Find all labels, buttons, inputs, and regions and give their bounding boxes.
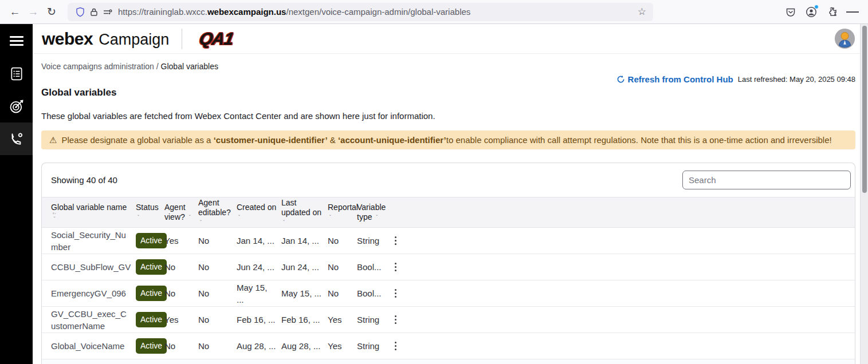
menu-icon[interactable] xyxy=(846,6,859,18)
page-title: Global variables xyxy=(41,87,855,98)
sidebar-menu-icon[interactable] xyxy=(0,24,33,57)
forward-icon[interactable]: → xyxy=(24,3,42,21)
variable-type-cell: String xyxy=(357,235,384,247)
pocket-icon[interactable] xyxy=(784,6,797,18)
refresh-row: Refresh from Control Hub Last refreshed:… xyxy=(41,73,855,85)
page-scrollbar[interactable] xyxy=(860,24,868,364)
status-badge: Active xyxy=(136,288,167,298)
variable-type-cell: Bool... xyxy=(357,287,384,299)
sidebar-item-campaign-goals[interactable] xyxy=(0,90,33,122)
sidebar-item-voice-campaigns[interactable] xyxy=(0,122,33,155)
column-header-reportable[interactable]: Reportal ˇ xyxy=(328,203,357,222)
refresh-icon xyxy=(616,75,625,84)
notification-dot xyxy=(814,5,819,9)
breadcrumb: Voice campaigns administration / Global … xyxy=(41,62,855,71)
page-description: These global variables are fetched from … xyxy=(41,111,855,121)
scrollbar-thumb[interactable] xyxy=(862,26,867,193)
table-row: Global_VoiceName Active No No Aug 28, ..… xyxy=(42,333,855,359)
variable-name: EmergencyGV_096 xyxy=(42,287,136,299)
created-on-cell: Jun 24, ... xyxy=(237,261,281,273)
sidebar-item-forms[interactable] xyxy=(0,57,33,90)
agent-view-cell: No xyxy=(164,340,198,352)
last-updated-cell: May 15, ... xyxy=(281,287,328,299)
card-toolbar: Showing 40 of 40 xyxy=(42,163,855,197)
sort-icon[interactable]: ˇ xyxy=(329,216,331,219)
table-row: CCBU_SubFlow_GV Active No No Jun 24, ...… xyxy=(42,254,855,280)
row-actions-kebab-icon[interactable] xyxy=(392,339,399,353)
reportable-cell: No xyxy=(328,287,357,299)
search-input[interactable] xyxy=(682,171,851,189)
agent-editable-cell: No xyxy=(198,235,237,247)
agent-view-cell: Yes xyxy=(164,314,198,326)
bookmark-star-icon[interactable]: ☆ xyxy=(637,6,647,18)
variable-type-cell: String xyxy=(357,314,384,326)
form-icon xyxy=(9,66,24,81)
column-header-last-updated-on[interactable]: Last updated on ˇ xyxy=(281,198,328,227)
toolbar-right xyxy=(784,6,862,18)
showing-count: Showing 40 of 40 xyxy=(51,175,117,185)
status-cell: Active xyxy=(136,312,164,327)
agent-editable-cell: No xyxy=(198,340,237,352)
sort-icon[interactable]: ˇ xyxy=(376,216,378,219)
created-on-cell: Aug 28, ... xyxy=(237,340,281,352)
extensions-puzzle-icon[interactable] xyxy=(826,6,838,18)
url-path: /nextgen/voice-campaign-admin/global-var… xyxy=(286,7,470,17)
account-icon[interactable] xyxy=(805,6,818,18)
sort-icon[interactable]: ˇ xyxy=(238,216,240,219)
global-variables-card: Showing 40 of 40 Global variable name˚ˊˇ… xyxy=(41,163,855,364)
agent-editable-cell: No xyxy=(198,314,237,326)
created-on-cell: Jan 14, ... xyxy=(237,235,281,247)
next-row-partial xyxy=(42,359,855,364)
avatar[interactable] xyxy=(834,28,855,49)
last-updated-cell: Aug 28, ... xyxy=(281,340,328,352)
refresh-from-control-hub-link[interactable]: Refresh from Control Hub xyxy=(616,74,733,84)
status-badge: Active xyxy=(136,341,167,350)
last-updated-cell: Jun 24, ... xyxy=(281,261,328,273)
column-header-status[interactable]: Status ˇ xyxy=(136,203,164,222)
url-bar[interactable]: https://traininglab.wxcc.webexcampaign.u… xyxy=(68,3,653,21)
breadcrumb-parent[interactable]: Voice campaigns administration xyxy=(41,62,154,71)
status-badge: Active xyxy=(136,314,167,324)
variable-name: CCBU_SubFlow_GV xyxy=(42,261,136,273)
last-refreshed-text: Last refreshed: May 20, 2025 09:48 xyxy=(738,75,855,84)
reload-icon[interactable]: ↻ xyxy=(42,3,61,21)
sort-icon[interactable]: ˇ xyxy=(138,216,139,219)
column-header-agent-view[interactable]: Agent view? ˇ xyxy=(164,203,198,222)
page-content: Voice campaigns administration / Global … xyxy=(33,54,868,364)
column-header-agent-editable[interactable]: Agent editable? ˇ xyxy=(198,198,237,227)
refresh-label: Refresh from Control Hub xyxy=(628,74,733,84)
row-actions-kebab-icon[interactable] xyxy=(392,234,399,247)
sort-icon[interactable]: ˇ xyxy=(283,221,285,224)
lock-icon[interactable] xyxy=(87,5,101,19)
url-domain: webexcampaign.us xyxy=(207,7,286,17)
column-header-created-on[interactable]: Created on ˇ xyxy=(237,203,281,222)
table-row: EmergencyGV_096 Active No No May 15, ...… xyxy=(42,280,855,307)
shield-icon[interactable] xyxy=(73,5,87,19)
agent-editable-cell: No xyxy=(198,287,237,299)
reportable-cell: No xyxy=(328,235,357,247)
table-row: Social_Security_Number Active Yes No Jan… xyxy=(42,228,855,254)
sort-icon[interactable]: ˇ xyxy=(189,216,191,219)
status-cell: Active xyxy=(136,338,164,354)
row-actions-kebab-icon[interactable] xyxy=(392,287,399,300)
status-badge: Active xyxy=(136,235,167,245)
variable-name: Social_Security_Number xyxy=(42,229,136,253)
warning-banner: ⚠ Please designate a global variable as … xyxy=(41,130,855,149)
sort-icon[interactable]: ˇ xyxy=(200,221,202,224)
column-header-global-variable-name[interactable]: Global variable name˚ˊˇ xyxy=(42,203,136,222)
back-icon[interactable]: ← xyxy=(6,3,24,21)
column-header-variable-type[interactable]: Variable type ˇ xyxy=(357,203,384,222)
permissions-icon[interactable] xyxy=(101,5,115,19)
variable-type-cell: String xyxy=(357,340,384,352)
app-sidebar xyxy=(0,24,33,364)
status-cell: Active xyxy=(136,233,164,248)
brand-divider xyxy=(182,29,182,49)
sort-icon[interactable]: ˚ˊˇ xyxy=(53,214,56,221)
breadcrumb-separator: / xyxy=(156,62,161,71)
agent-view-cell: No xyxy=(164,287,198,299)
row-actions-kebab-icon[interactable] xyxy=(392,313,399,326)
reportable-cell: Yes xyxy=(328,340,357,352)
variable-name: Global_VoiceName xyxy=(42,340,136,352)
variable-type-cell: Bool... xyxy=(357,261,384,273)
row-actions-kebab-icon[interactable] xyxy=(392,260,399,274)
